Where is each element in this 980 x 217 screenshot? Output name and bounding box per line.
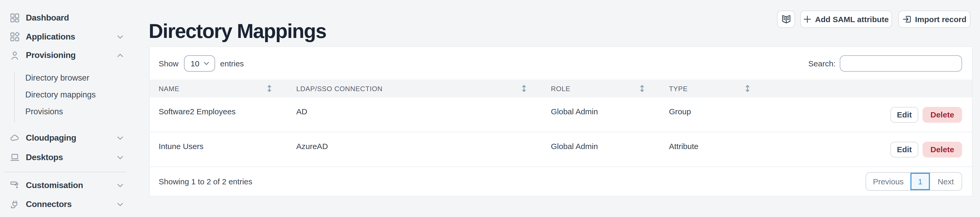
- column-label: TYPE: [669, 84, 688, 92]
- sidebar-item-directory-browser[interactable]: Directory browser: [25, 73, 126, 83]
- sidebar-item-connectors[interactable]: Connectors: [10, 198, 127, 211]
- chevron-down-icon: [116, 134, 124, 142]
- table-footer: Showing 1 to 2 of 2 entries Previous 1 N…: [150, 167, 972, 196]
- user-icon: [10, 51, 19, 60]
- sidebar-item-cloudpaging[interactable]: Cloudpaging: [10, 131, 127, 144]
- chevron-down-icon: [116, 181, 124, 190]
- sidebar-item-directory-mappings[interactable]: Directory mappings: [25, 90, 126, 100]
- add-saml-attribute-button[interactable]: Add SAML attribute: [800, 11, 892, 28]
- sidebar-item-label: Directory mappings: [25, 90, 96, 100]
- page-size-select[interactable]: 10: [184, 55, 215, 71]
- next-page-button[interactable]: Next: [930, 173, 962, 190]
- chevron-up-icon: [116, 51, 124, 60]
- sidebar-item-label: Dashboard: [26, 13, 69, 23]
- sidebar-item-desktops[interactable]: Desktops: [10, 151, 127, 164]
- table-header-row: NAME LDAP/SSO CONNECTION ROLE: [150, 79, 972, 97]
- import-record-button[interactable]: Import record: [898, 11, 970, 28]
- import-record-label: Import record: [915, 15, 966, 24]
- sidebar-item-provisions[interactable]: Provisions: [25, 106, 126, 117]
- sidebar-item-label: Provisioning: [26, 51, 76, 60]
- documentation-button[interactable]: [777, 11, 795, 28]
- column-header-name[interactable]: NAME: [150, 84, 287, 93]
- cell-type: Attribute: [660, 141, 765, 157]
- page: Dashboard Applications Provisioning: [0, 0, 980, 217]
- plug-icon: [10, 200, 19, 209]
- cell-actions: Edit Delete: [765, 141, 972, 157]
- box-arrow-in-right-icon: [902, 15, 911, 24]
- column-label: NAME: [159, 84, 179, 92]
- sort-arrows-icon: [266, 84, 272, 93]
- delete-button[interactable]: Delete: [923, 141, 962, 157]
- applications-icon: [10, 32, 19, 41]
- sidebar-item-applications[interactable]: Applications: [10, 30, 127, 43]
- column-label: ROLE: [551, 84, 570, 92]
- cell-name: Intune Users: [150, 141, 287, 157]
- paint-roller-icon: [10, 181, 19, 190]
- pagination: Previous 1 Next: [865, 172, 962, 191]
- show-label: Show: [159, 59, 178, 68]
- page-1-button[interactable]: 1: [910, 173, 930, 190]
- chevron-down-icon: [116, 33, 124, 41]
- cell-role: Global Admin: [542, 141, 660, 157]
- cell-actions: Edit Delete: [765, 107, 972, 122]
- page-size-value: 10: [191, 59, 199, 68]
- directory-mappings-card: Show 10 entries Search: NAME: [149, 46, 973, 196]
- cell-type: Group: [660, 107, 765, 122]
- sort-arrows-icon: [639, 84, 645, 93]
- search-input[interactable]: [840, 55, 962, 71]
- page-title: Directory Mappings: [149, 20, 326, 43]
- delete-button[interactable]: Delete: [923, 107, 962, 122]
- entries-label: entries: [220, 59, 244, 68]
- column-header-role[interactable]: ROLE: [542, 84, 660, 93]
- edit-button[interactable]: Edit: [890, 141, 918, 157]
- column-header-connection[interactable]: LDAP/SSO CONNECTION: [287, 84, 542, 93]
- sidebar-item-customisation[interactable]: Customisation: [10, 179, 127, 192]
- sidebar-item-label: Provisions: [25, 107, 63, 116]
- search-label: Search:: [808, 59, 835, 68]
- sidebar-item-label: Directory browser: [25, 73, 89, 83]
- plus-icon: [803, 15, 811, 23]
- table-row: Software2 Employees AD Global Admin Grou…: [150, 97, 972, 132]
- sidebar-item-provisioning[interactable]: Provisioning: [10, 49, 127, 62]
- add-saml-attribute-label: Add SAML attribute: [815, 15, 889, 24]
- column-header-type[interactable]: TYPE: [660, 84, 765, 93]
- sidebar-item-label: Customisation: [26, 181, 83, 190]
- cell-connection: AD: [287, 107, 542, 122]
- edit-button[interactable]: Edit: [890, 107, 918, 122]
- cell-name: Software2 Employees: [150, 107, 287, 122]
- cell-connection: AzureAD: [287, 141, 542, 157]
- sidebar-item-label: Connectors: [26, 200, 72, 209]
- dashboard-icon: [10, 13, 19, 23]
- sidebar-item-dashboard[interactable]: Dashboard: [10, 11, 127, 24]
- submenu-indent-line: [14, 72, 15, 123]
- chevron-down-icon: [203, 60, 210, 67]
- sort-arrows-icon: [521, 84, 527, 93]
- book-icon: [781, 14, 791, 24]
- laptop-icon: [10, 153, 19, 162]
- cell-role: Global Admin: [542, 107, 660, 122]
- sidebar-item-label: Applications: [26, 32, 75, 41]
- sort-arrows-icon: [745, 84, 751, 93]
- column-header-actions: [765, 84, 972, 93]
- cloud-icon: [10, 133, 19, 143]
- chevron-down-icon: [116, 153, 124, 162]
- entries-summary: Showing 1 to 2 of 2 entries: [159, 177, 252, 186]
- chevron-down-icon: [116, 200, 124, 209]
- table-controls: Show 10 entries Search:: [150, 47, 972, 79]
- sidebar-item-label: Cloudpaging: [26, 133, 76, 143]
- previous-page-button[interactable]: Previous: [866, 173, 910, 190]
- column-label: LDAP/SSO CONNECTION: [296, 84, 382, 92]
- table-row: Intune Users AzureAD Global Admin Attrib…: [150, 132, 972, 167]
- sidebar-item-label: Desktops: [26, 153, 63, 162]
- sidebar-divider: [4, 172, 127, 172]
